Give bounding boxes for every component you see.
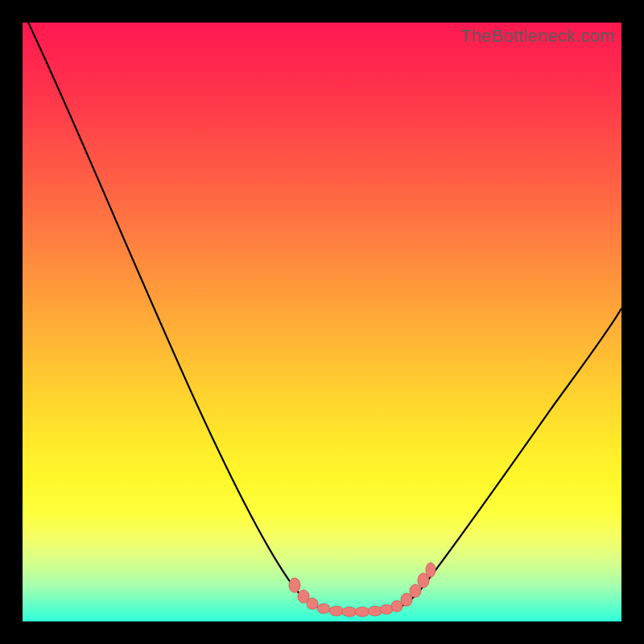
marker-dot [401,593,412,606]
marker-group [289,563,436,617]
marker-dot [342,607,357,617]
marker-dot [391,601,402,612]
bottleneck-curve [23,23,621,612]
outer-frame: TheBottleneck.com [0,0,644,644]
marker-dot [307,598,318,609]
curve-svg [23,23,621,621]
plot-area: TheBottleneck.com [23,23,621,621]
marker-dot [329,606,344,616]
marker-dot [317,604,330,613]
marker-dot [355,607,369,617]
marker-dot [410,584,421,597]
curve-group [23,23,621,612]
marker-dot [426,563,436,577]
marker-dot [289,578,300,592]
